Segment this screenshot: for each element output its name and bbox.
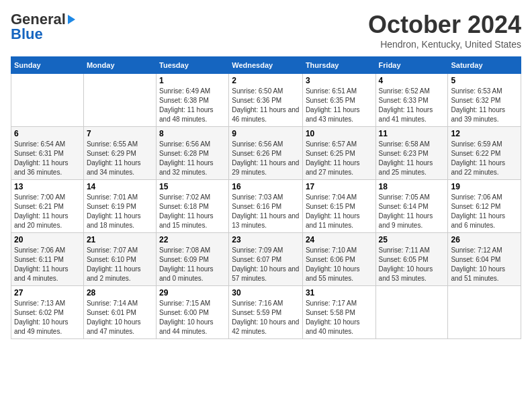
day-info: Sunrise: 7:11 AMSunset: 6:05 PMDaylight:…: [379, 246, 445, 283]
page-header: General Blue October 2024 Hendron, Kentu…: [11, 11, 521, 50]
calendar-cell: 6Sunrise: 6:54 AMSunset: 6:31 PMDaylight…: [11, 127, 84, 180]
day-number: 21: [87, 235, 153, 244]
week-row: 20Sunrise: 7:06 AMSunset: 6:11 PMDayligh…: [11, 233, 521, 286]
calendar-cell: 25Sunrise: 7:11 AMSunset: 6:05 PMDayligh…: [375, 233, 448, 286]
calendar-cell: 31Sunrise: 7:17 AMSunset: 5:58 PMDayligh…: [302, 286, 375, 339]
day-number: 10: [306, 129, 373, 138]
header-day: Thursday: [302, 57, 375, 74]
day-info: Sunrise: 7:00 AMSunset: 6:21 PMDaylight:…: [14, 193, 81, 230]
day-number: 30: [232, 288, 300, 298]
day-info: Sunrise: 6:53 AMSunset: 6:32 PMDaylight:…: [451, 87, 518, 124]
day-info: Sunrise: 7:02 AMSunset: 6:18 PMDaylight:…: [159, 193, 226, 230]
day-number: 25: [379, 235, 445, 244]
week-row: 6Sunrise: 6:54 AMSunset: 6:31 PMDaylight…: [11, 127, 521, 180]
day-number: 5: [451, 76, 518, 85]
day-number: 14: [87, 182, 153, 191]
day-info: Sunrise: 7:06 AMSunset: 6:12 PMDaylight:…: [451, 193, 518, 230]
day-number: 12: [451, 129, 518, 138]
month-title: October 2024: [368, 11, 521, 39]
calendar-cell: 18Sunrise: 7:05 AMSunset: 6:14 PMDayligh…: [375, 180, 448, 233]
day-number: 15: [159, 182, 226, 191]
calendar-cell: 15Sunrise: 7:02 AMSunset: 6:18 PMDayligh…: [157, 180, 229, 233]
calendar-cell: 22Sunrise: 7:08 AMSunset: 6:09 PMDayligh…: [157, 233, 229, 286]
calendar-cell: 30Sunrise: 7:16 AMSunset: 5:59 PMDayligh…: [229, 286, 303, 339]
location: Hendron, Kentucky, United States: [368, 39, 521, 50]
day-number: 16: [232, 182, 300, 191]
day-number: 9: [232, 129, 300, 138]
day-info: Sunrise: 6:57 AMSunset: 6:25 PMDaylight:…: [306, 140, 373, 177]
day-info: Sunrise: 6:52 AMSunset: 6:33 PMDaylight:…: [379, 87, 445, 124]
day-number: 7: [87, 129, 153, 138]
day-info: Sunrise: 7:09 AMSunset: 6:07 PMDaylight:…: [232, 246, 300, 283]
day-info: Sunrise: 7:10 AMSunset: 6:06 PMDaylight:…: [306, 246, 373, 283]
day-number: 26: [451, 235, 518, 244]
day-info: Sunrise: 7:12 AMSunset: 6:04 PMDaylight:…: [451, 246, 518, 283]
calendar-cell: 2Sunrise: 6:50 AMSunset: 6:36 PMDaylight…: [229, 74, 303, 127]
calendar-cell: [448, 286, 521, 339]
header-day: Sunday: [11, 57, 84, 74]
calendar-cell: 7Sunrise: 6:55 AMSunset: 6:29 PMDaylight…: [83, 127, 156, 180]
calendar-cell: 1Sunrise: 6:49 AMSunset: 6:38 PMDaylight…: [157, 74, 229, 127]
header-day: Wednesday: [229, 57, 303, 74]
day-info: Sunrise: 7:14 AMSunset: 6:01 PMDaylight:…: [87, 299, 153, 336]
day-info: Sunrise: 7:13 AMSunset: 6:02 PMDaylight:…: [14, 299, 81, 336]
day-info: Sunrise: 7:04 AMSunset: 6:15 PMDaylight:…: [306, 193, 373, 230]
day-number: 18: [379, 182, 445, 191]
day-info: Sunrise: 6:58 AMSunset: 6:23 PMDaylight:…: [379, 140, 445, 177]
header-day: Tuesday: [157, 57, 229, 74]
calendar-cell: 27Sunrise: 7:13 AMSunset: 6:02 PMDayligh…: [11, 286, 84, 339]
day-number: 24: [306, 235, 373, 244]
calendar-cell: 24Sunrise: 7:10 AMSunset: 6:06 PMDayligh…: [302, 233, 375, 286]
calendar-cell: [83, 74, 156, 127]
day-info: Sunrise: 7:16 AMSunset: 5:59 PMDaylight:…: [232, 299, 300, 336]
day-info: Sunrise: 7:15 AMSunset: 6:00 PMDaylight:…: [159, 299, 226, 336]
calendar-cell: 3Sunrise: 6:51 AMSunset: 6:35 PMDaylight…: [302, 74, 375, 127]
calendar-cell: 5Sunrise: 6:53 AMSunset: 6:32 PMDaylight…: [448, 74, 521, 127]
title-block: October 2024 Hendron, Kentucky, United S…: [368, 11, 521, 50]
day-number: 1: [159, 76, 226, 85]
day-info: Sunrise: 7:17 AMSunset: 5:58 PMDaylight:…: [306, 299, 373, 336]
calendar-cell: 29Sunrise: 7:15 AMSunset: 6:00 PMDayligh…: [157, 286, 229, 339]
day-info: Sunrise: 6:55 AMSunset: 6:29 PMDaylight:…: [87, 140, 153, 177]
day-info: Sunrise: 7:07 AMSunset: 6:10 PMDaylight:…: [87, 246, 153, 283]
day-number: 22: [159, 235, 226, 244]
day-number: 8: [159, 129, 226, 138]
day-number: 27: [14, 288, 81, 298]
day-info: Sunrise: 7:06 AMSunset: 6:11 PMDaylight:…: [14, 246, 81, 283]
week-row: 1Sunrise: 6:49 AMSunset: 6:38 PMDaylight…: [11, 74, 521, 127]
calendar-cell: 17Sunrise: 7:04 AMSunset: 6:15 PMDayligh…: [302, 180, 375, 233]
header-day: Monday: [83, 57, 156, 74]
logo: General Blue: [11, 11, 75, 43]
day-number: 13: [14, 182, 81, 191]
calendar-cell: 28Sunrise: 7:14 AMSunset: 6:01 PMDayligh…: [83, 286, 156, 339]
day-number: 29: [159, 288, 226, 298]
day-info: Sunrise: 6:56 AMSunset: 6:28 PMDaylight:…: [159, 140, 226, 177]
logo-blue: Blue: [11, 26, 43, 43]
calendar-cell: 9Sunrise: 6:56 AMSunset: 6:26 PMDaylight…: [229, 127, 303, 180]
calendar-cell: [375, 286, 448, 339]
day-number: 28: [87, 288, 153, 298]
calendar-cell: 20Sunrise: 7:06 AMSunset: 6:11 PMDayligh…: [11, 233, 84, 286]
calendar-cell: 8Sunrise: 6:56 AMSunset: 6:28 PMDaylight…: [157, 127, 229, 180]
day-number: 20: [14, 235, 81, 244]
calendar-cell: 11Sunrise: 6:58 AMSunset: 6:23 PMDayligh…: [375, 127, 448, 180]
day-info: Sunrise: 7:08 AMSunset: 6:09 PMDaylight:…: [159, 246, 226, 283]
header-row: SundayMondayTuesdayWednesdayThursdayFrid…: [11, 57, 521, 74]
day-info: Sunrise: 6:49 AMSunset: 6:38 PMDaylight:…: [159, 87, 226, 124]
day-number: 4: [379, 76, 445, 85]
day-info: Sunrise: 6:59 AMSunset: 6:22 PMDaylight:…: [451, 140, 518, 177]
day-info: Sunrise: 6:56 AMSunset: 6:26 PMDaylight:…: [232, 140, 300, 177]
calendar-cell: 14Sunrise: 7:01 AMSunset: 6:19 PMDayligh…: [83, 180, 156, 233]
calendar-cell: 19Sunrise: 7:06 AMSunset: 6:12 PMDayligh…: [448, 180, 521, 233]
calendar-cell: 13Sunrise: 7:00 AMSunset: 6:21 PMDayligh…: [11, 180, 84, 233]
calendar-cell: 12Sunrise: 6:59 AMSunset: 6:22 PMDayligh…: [448, 127, 521, 180]
day-number: 31: [306, 288, 373, 298]
calendar-table: SundayMondayTuesdayWednesdayThursdayFrid…: [11, 56, 521, 339]
calendar-cell: 16Sunrise: 7:03 AMSunset: 6:16 PMDayligh…: [229, 180, 303, 233]
calendar-cell: 23Sunrise: 7:09 AMSunset: 6:07 PMDayligh…: [229, 233, 303, 286]
day-number: 2: [232, 76, 300, 85]
calendar-cell: [11, 74, 84, 127]
calendar-cell: 21Sunrise: 7:07 AMSunset: 6:10 PMDayligh…: [83, 233, 156, 286]
day-info: Sunrise: 7:05 AMSunset: 6:14 PMDaylight:…: [379, 193, 445, 230]
day-number: 6: [14, 129, 81, 138]
